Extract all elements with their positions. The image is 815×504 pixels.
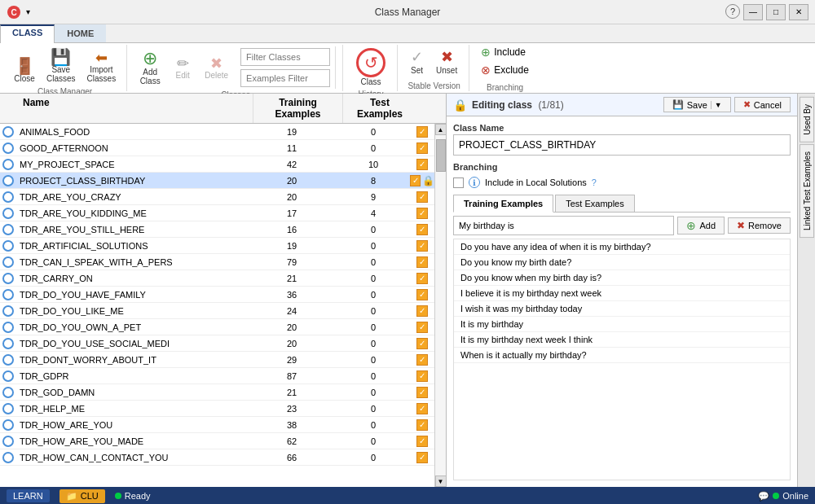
filter-classes-input[interactable] [240, 48, 330, 66]
checkbox-icon[interactable]: ✓ [416, 354, 428, 366]
checkbox-icon[interactable]: ✓ [416, 419, 428, 431]
example-item[interactable]: I believe it is my birthday next week [454, 286, 790, 301]
table-row[interactable]: TDR_CAN_I_SPEAK_WITH_A_PERS 79 0 ✓ [0, 254, 434, 270]
checkbox-icon[interactable]: ✓ [416, 142, 428, 154]
table-row[interactable]: TDR_GOD_DAMN 21 0 ✓ [0, 384, 434, 401]
checkbox-icon[interactable]: ✓ [416, 256, 428, 268]
import-classes-button[interactable]: ⬅ Import Classes [83, 48, 121, 85]
add-class-button[interactable]: ⊕ AddClass [135, 47, 165, 88]
close-button[interactable]: ✕ [789, 4, 808, 20]
scroll-up-arrow[interactable]: ▲ [435, 124, 447, 135]
row-test: 0 [337, 142, 410, 155]
include-button[interactable]: ⊕ Include [478, 44, 532, 60]
checkbox-icon[interactable]: ✓ [416, 159, 428, 170]
table-row[interactable]: MY_PROJECT_SPACE 42 10 ✓ [0, 156, 434, 173]
unset-button[interactable]: ✖ Unset [431, 46, 462, 77]
table-row[interactable]: PROJECT_CLASS_BIRTHDAY 20 8 ✓ 🔒 [0, 173, 434, 189]
table-row[interactable]: TDR_ARE_YOU_KIDDING_ME 17 4 ✓ [0, 205, 434, 221]
checkbox-icon[interactable]: ✓ [416, 289, 428, 300]
scroll-down-arrow[interactable]: ▼ [435, 476, 447, 487]
tab-training-examples[interactable]: Training Examples [453, 195, 553, 213]
history-class-button[interactable]: Class [351, 46, 390, 88]
table-row[interactable]: TDR_GDPR 87 0 ✓ [0, 368, 434, 384]
table-row[interactable]: TDR_DO_YOU_HAVE_FAMILY 36 0 ✓ [0, 287, 434, 303]
example-item[interactable]: It is my birthday next week I think [454, 332, 790, 348]
checkbox-icon[interactable]: ✓ [416, 240, 428, 252]
checkbox-icon[interactable]: ✓ [416, 224, 428, 235]
row-check: ✓ [410, 289, 434, 300]
checkbox-icon[interactable]: ✓ [416, 273, 428, 284]
checkbox-icon[interactable]: ✓ [416, 305, 428, 317]
checkbox-icon[interactable]: ✓ [416, 191, 428, 203]
th-training: Training Examples [253, 94, 343, 123]
linked-test-tab[interactable]: Linked Test Examples [800, 144, 814, 238]
checkbox-icon[interactable]: ✓ [416, 403, 428, 414]
table-row[interactable]: TDR_DO_YOU_USE_SOCIAL_MEDI 20 0 ✓ [0, 335, 434, 352]
table-row[interactable]: TDR_ARE_YOU_STILL_HERE 16 0 ✓ [0, 221, 434, 238]
table-row[interactable]: TDR_DONT_WORRY_ABOUT_IT 29 0 ✓ [0, 352, 434, 368]
save-classes-button[interactable]: 💾 Save Classes [42, 46, 80, 85]
remove-example-button[interactable]: ✖ Remove [728, 217, 791, 234]
cancel-button[interactable]: ✖ Cancel [734, 97, 791, 112]
row-name: TDR_ARE_YOU_STILL_HERE [16, 223, 247, 236]
table-row[interactable]: TDR_DO_YOU_OWN_A_PET 20 0 ✓ [0, 319, 434, 335]
checkbox-icon[interactable]: ✓ [416, 452, 428, 463]
checkbox-icon[interactable]: ✓ [416, 338, 428, 349]
include-local-checkbox[interactable] [453, 177, 464, 188]
tab-test-examples[interactable]: Test Examples [555, 195, 635, 212]
system-menu-arrow[interactable]: ▾ [26, 7, 30, 16]
ribbon-group-classes: ⊕ AddClass ✏ Edit ✖ Delete Classes [129, 45, 343, 91]
example-item[interactable]: Do you have any idea of when it is my bi… [454, 239, 790, 255]
table-row[interactable]: TDR_HOW_ARE_YOU 38 0 ✓ [0, 417, 434, 433]
checkbox-icon[interactable]: ✓ [416, 387, 428, 398]
checkbox-icon[interactable]: ✓ [410, 175, 421, 186]
tab-home[interactable]: HOME [55, 24, 106, 42]
exclude-button[interactable]: ⊗ Exclude [478, 62, 532, 78]
set-button[interactable]: ✓ Set [406, 46, 428, 77]
table-row[interactable]: TDR_HELP_ME 23 0 ✓ [0, 401, 434, 417]
help-button[interactable]: ? [725, 4, 740, 19]
row-check: ✓ [410, 224, 434, 235]
ribbon-group-stable: ✓ Set ✖ Unset Stable Version [399, 45, 469, 91]
table-row[interactable]: ANIMALS_FOOD 19 0 ✓ [0, 124, 434, 140]
minimize-button[interactable]: — [743, 4, 763, 20]
scroll-thumb[interactable] [436, 139, 446, 172]
example-input[interactable] [453, 216, 674, 235]
delete-button[interactable]: ✖ Delete [200, 54, 232, 82]
save-dropdown-icon[interactable]: ▼ [711, 101, 722, 109]
checkbox-icon[interactable]: ✓ [416, 126, 428, 138]
row-icon [0, 224, 16, 235]
checkbox-icon[interactable]: ✓ [416, 436, 428, 447]
table-row[interactable]: TDR_DO_YOU_LIKE_ME 24 0 ✓ [0, 303, 434, 319]
close-button-ribbon[interactable]: 🚪 Close [10, 55, 39, 85]
tab-class[interactable]: CLASS [0, 24, 55, 43]
used-by-tab[interactable]: Used By [800, 97, 814, 142]
example-item[interactable]: I wish it was my birthday today [454, 301, 790, 317]
vertical-scrollbar[interactable]: ▲ ▼ [434, 124, 446, 487]
class-name-input[interactable] [453, 134, 791, 156]
save-button[interactable]: 💾 Save ▼ [663, 97, 731, 112]
row-name: TDR_GOD_DAMN [16, 386, 247, 399]
checkbox-icon[interactable]: ✓ [416, 322, 428, 333]
example-item[interactable]: When is it actually my birthday? [454, 348, 790, 363]
clu-label: CLU [81, 491, 99, 501]
table-row[interactable]: TDR_CARRY_ON 21 0 ✓ [0, 270, 434, 287]
maximize-button[interactable]: □ [766, 4, 786, 20]
add-example-button[interactable]: ⊕ Add [677, 217, 725, 234]
examples-filter-input[interactable] [240, 69, 330, 87]
table-row[interactable]: TDR_HOW_CAN_I_CONTACT_YOU 66 0 ✓ [0, 449, 434, 466]
table-row[interactable]: GOOD_AFTERNOON 11 0 ✓ [0, 140, 434, 156]
checkbox-icon[interactable]: ✓ [416, 208, 428, 219]
scroll-track[interactable] [435, 135, 446, 476]
example-item[interactable]: It is my birthday [454, 317, 790, 332]
question-link[interactable]: ? [592, 177, 597, 187]
row-test: 0 [337, 256, 410, 269]
example-item[interactable]: Do you know my birth date? [454, 255, 790, 270]
table-row[interactable]: TDR_ARTIFICIAL_SOLUTIONS 19 0 ✓ [0, 238, 434, 254]
edit-button[interactable]: ✏ Edit [168, 54, 197, 82]
table-row[interactable]: TDR_HOW_ARE_YOU_MADE 62 0 ✓ [0, 433, 434, 449]
example-item[interactable]: Do you know when my birth day is? [454, 270, 790, 286]
row-test: 0 [337, 386, 410, 399]
table-row[interactable]: TDR_ARE_YOU_CRAZY 20 9 ✓ [0, 189, 434, 205]
checkbox-icon[interactable]: ✓ [416, 370, 428, 382]
